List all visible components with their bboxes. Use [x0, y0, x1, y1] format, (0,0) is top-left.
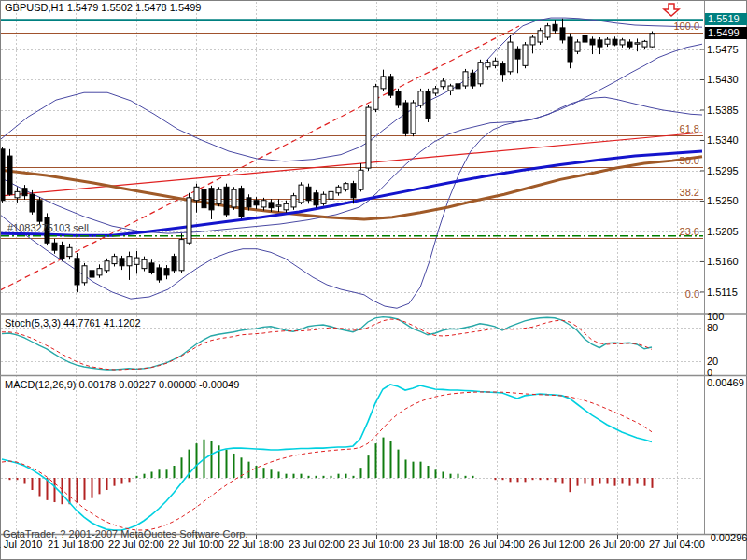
bull-candle — [142, 259, 147, 268]
bull-candle — [67, 247, 72, 256]
bear-candle — [306, 187, 311, 200]
bull-candle — [217, 189, 221, 203]
chart-canvas[interactable] — [0, 0, 747, 560]
bull-candle — [291, 196, 296, 207]
stoch-scale-label: 100 — [707, 311, 724, 322]
bear-candle — [456, 84, 460, 89]
fib-level-label: 100.0 — [643, 21, 699, 32]
bull-candle — [321, 194, 326, 203]
stoch-scale-label: 20 — [707, 356, 718, 367]
fib-level-label: 50.0 — [643, 155, 699, 166]
price-tick-label: 1.5430 — [707, 74, 739, 85]
bear-candle — [247, 198, 251, 207]
bear-candle — [149, 263, 154, 273]
time-tick-label: 27 Jul 04:00 — [646, 539, 708, 550]
bear-candle — [598, 40, 602, 47]
fib-level-label: 38.2 — [643, 187, 699, 198]
bear-candle — [172, 257, 176, 271]
price-badge: 1.5519 — [705, 13, 747, 25]
time-tick-label: 22 Jul 18:00 — [225, 539, 287, 550]
bear-candle — [396, 91, 401, 105]
bear-candle — [7, 156, 12, 194]
bear-candle — [314, 193, 318, 205]
bull-candle — [105, 261, 109, 271]
bull-candle — [299, 185, 303, 203]
bull-candle — [441, 81, 445, 87]
bull-candle — [605, 39, 610, 44]
bull-candle — [194, 187, 199, 200]
bull-candle — [418, 91, 423, 105]
open-order-label: #1083275103 sell — [7, 222, 89, 233]
price-tick-label: 1.5475 — [707, 44, 739, 55]
bull-candle — [232, 189, 236, 207]
bull-candle — [97, 269, 102, 275]
bear-candle — [30, 194, 35, 212]
bull-candle — [411, 103, 416, 133]
bull-candle — [620, 40, 625, 45]
bear-candle — [254, 201, 259, 205]
bull-candle — [336, 187, 341, 192]
bull-candle — [187, 198, 191, 243]
macd-scale-label: 0.00469 — [707, 377, 744, 388]
bear-candle — [613, 39, 617, 45]
bear-candle — [37, 201, 42, 221]
bull-candle — [359, 170, 363, 189]
bear-candle — [568, 37, 572, 62]
price-tick-label: 1.5295 — [707, 165, 739, 176]
bull-candle — [493, 61, 498, 65]
bull-candle — [530, 37, 535, 45]
bull-candle — [344, 184, 348, 189]
time-tick-label: 26 Jul 12:00 — [526, 539, 587, 550]
bull-candle — [538, 31, 543, 42]
bull-candle — [276, 205, 281, 206]
time-tick-label: 22 Jul 10:00 — [165, 539, 227, 550]
macd-scale-label: -0.00296 — [707, 532, 747, 543]
bear-candle — [52, 243, 57, 250]
bear-candle — [426, 91, 430, 119]
bear-candle — [75, 259, 79, 285]
bear-candle — [388, 77, 393, 95]
bull-candle — [127, 257, 132, 266]
price-badge: 1.5499 — [705, 27, 747, 39]
bear-candle — [164, 269, 169, 275]
time-tick-label: 23 Jul 02:00 — [286, 539, 347, 550]
trading-chart-window: GBPUSD,H1 1.5479 1.5502 1.5478 1.5499 #1… — [0, 0, 747, 560]
window-border — [1, 1, 747, 560]
fib-level-label: 61.8 — [643, 123, 699, 134]
bull-candle — [478, 63, 483, 84]
bear-candle — [90, 271, 94, 277]
bull-candle — [374, 87, 378, 110]
bull-candle — [366, 107, 371, 168]
bear-candle — [553, 24, 557, 30]
time-tick-label: 23 Jul 18:00 — [405, 539, 467, 550]
bear-candle — [560, 28, 565, 40]
price-tick-label: 1.5250 — [707, 195, 739, 206]
stochastic-indicator-label: Stoch(5,3,3) 44.7761 41.1202 — [5, 317, 141, 329]
bull-candle — [82, 266, 87, 283]
time-tick-label: 22 Jul 02:00 — [106, 539, 167, 550]
bear-candle — [269, 203, 274, 208]
bull-candle — [508, 42, 513, 72]
bull-candle — [650, 34, 655, 47]
bull-candle — [134, 258, 139, 264]
bear-candle — [471, 73, 475, 86]
bull-candle — [329, 191, 333, 199]
time-tick-label: 26 Jul 04:00 — [466, 539, 528, 550]
bear-candle — [239, 189, 244, 217]
time-tick-label: 21 Jul 2010 — [0, 539, 47, 550]
price-tick-label: 1.5385 — [707, 105, 739, 116]
bull-candle — [545, 26, 550, 37]
bear-candle — [22, 189, 27, 196]
bear-candle — [351, 184, 356, 198]
fib-level-label: 23.6 — [643, 226, 699, 237]
bear-candle — [120, 259, 124, 266]
symbol-ohlc-readout: GBPUSD,H1 1.5479 1.5502 1.5478 1.5499 — [5, 2, 201, 13]
bull-candle — [575, 42, 580, 51]
bull-candle — [523, 45, 528, 65]
bear-candle — [627, 42, 632, 47]
time-tick-label: 26 Jul 20:00 — [586, 539, 648, 550]
bull-candle — [433, 89, 438, 93]
bear-candle — [500, 63, 505, 75]
bull-candle — [642, 41, 647, 47]
bear-candle — [515, 49, 520, 59]
